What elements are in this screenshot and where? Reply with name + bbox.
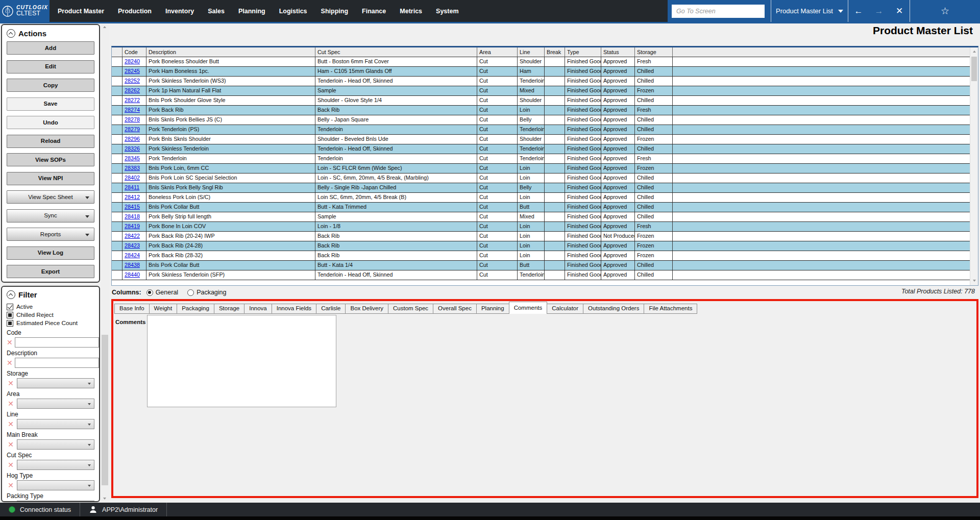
action-button[interactable]: View Spec Sheet — [7, 190, 94, 204]
clear-filter-icon[interactable]: ✕ — [7, 399, 15, 409]
scroll-down-icon[interactable] — [971, 277, 978, 285]
row-selector-cell[interactable] — [112, 144, 122, 154]
product-code-link[interactable]: 28423 — [125, 242, 140, 249]
screen-selector-dropdown[interactable]: Product Master List — [771, 0, 848, 22]
row-selector-cell[interactable] — [112, 212, 122, 221]
row-selector-cell[interactable] — [112, 77, 122, 86]
table-row[interactable]: 28412 Boneless Pork Loin (S/C) Loin SC, … — [112, 193, 970, 203]
row-selector-cell[interactable] — [112, 193, 122, 202]
menu-item[interactable]: Product Master — [58, 8, 104, 15]
checkbox-icon[interactable] — [7, 304, 13, 310]
product-code-link[interactable]: 28240 — [125, 58, 140, 64]
action-button[interactable]: Add — [7, 41, 94, 55]
column-header-area[interactable]: Area — [477, 47, 518, 57]
row-selector-cell[interactable] — [112, 251, 122, 260]
checkbox-icon[interactable] — [7, 312, 13, 318]
product-code-link[interactable]: 28383 — [125, 165, 140, 171]
action-button[interactable]: Export — [7, 265, 94, 278]
action-button[interactable]: Undo — [7, 116, 94, 129]
menu-item[interactable]: Inventory — [165, 8, 194, 15]
filter-select[interactable] — [17, 439, 94, 450]
filter-select[interactable] — [17, 480, 94, 490]
go-to-screen-input[interactable] — [672, 5, 765, 18]
menu-item[interactable]: Sales — [208, 8, 225, 15]
row-selector-cell[interactable] — [112, 135, 122, 144]
row-selector-cell[interactable] — [112, 270, 122, 280]
detail-tab[interactable]: Calculator — [547, 304, 583, 314]
column-header-status[interactable]: Status — [601, 47, 635, 57]
detail-tab[interactable]: Planning — [476, 304, 509, 314]
product-code-link[interactable]: 28296 — [125, 136, 140, 142]
favorite-button[interactable]: ☆ — [910, 5, 980, 17]
product-code-link[interactable]: 28245 — [125, 68, 140, 74]
clear-filter-icon[interactable]: ✕ — [7, 337, 13, 348]
row-selector-cell[interactable] — [112, 106, 122, 115]
table-row[interactable]: 28278 Bnls Sknls Pork Bellies JS (C) Bel… — [112, 115, 970, 125]
columns-radio-option[interactable]: Packaging — [187, 289, 226, 296]
filter-checkbox-row[interactable]: Active — [7, 303, 94, 311]
product-code-link[interactable]: 28402 — [125, 175, 140, 181]
clear-filter-icon[interactable]: ✕ — [7, 419, 15, 429]
detail-tab[interactable]: Storage — [214, 304, 244, 314]
product-code-link[interactable]: 28440 — [125, 271, 140, 278]
detail-tab[interactable]: Outstanding Orders — [583, 304, 644, 314]
row-selector-cell[interactable] — [112, 86, 122, 95]
radio-icon[interactable] — [187, 289, 194, 296]
back-button[interactable]: ← — [848, 0, 869, 22]
scroll-down-icon[interactable] — [101, 495, 109, 503]
row-selector-cell[interactable] — [112, 232, 122, 241]
table-row[interactable]: 28418 Pork Belly Strip full length Sampl… — [112, 212, 970, 222]
product-code-link[interactable]: 28345 — [125, 155, 140, 161]
product-code-link[interactable]: 28438 — [125, 262, 140, 268]
product-code-link[interactable]: 28326 — [125, 145, 140, 152]
action-button[interactable]: Reload — [7, 135, 94, 148]
checkbox-icon[interactable] — [7, 320, 13, 327]
table-row[interactable]: 28402 Bnls Pork Loin SC Special Selectio… — [112, 174, 970, 183]
collapse-chevron-icon[interactable] — [7, 290, 15, 299]
scroll-up-icon[interactable] — [971, 48, 978, 56]
table-row[interactable]: 28274 Pork Back Rib Back Rib Cut Loin Fi… — [112, 106, 970, 115]
detail-tab[interactable]: Base Info — [114, 304, 150, 314]
product-code-link[interactable]: 28412 — [125, 194, 140, 200]
menu-item[interactable]: Metrics — [400, 8, 422, 15]
filter-checkbox-row[interactable]: Chilled Reject — [7, 311, 94, 319]
columns-radio-option[interactable]: General — [146, 289, 178, 296]
row-selector-cell[interactable] — [112, 222, 122, 231]
clear-filter-icon[interactable]: ✕ — [7, 460, 15, 470]
filter-checkbox-row[interactable]: Estimated Piece Count — [7, 319, 94, 327]
row-selector-cell[interactable] — [112, 183, 122, 192]
filter-select[interactable] — [17, 460, 94, 470]
action-button[interactable]: Edit — [7, 60, 94, 73]
product-code-link[interactable]: 28419 — [125, 223, 140, 229]
row-selector-cell[interactable] — [112, 115, 122, 125]
detail-tab[interactable]: Innova Fields — [272, 304, 316, 314]
column-header-type[interactable]: Type — [565, 47, 601, 57]
clear-filter-icon[interactable]: ✕ — [7, 439, 15, 450]
clear-filter-icon[interactable]: ✕ — [7, 378, 15, 388]
product-code-link[interactable]: 28411 — [125, 184, 139, 190]
filter-text-input[interactable] — [15, 337, 99, 348]
forward-button[interactable]: → — [869, 0, 889, 22]
menu-item[interactable]: Logistics — [279, 8, 307, 15]
table-row[interactable]: 28422 Pork Back Rib (20-24) IWP Back Rib… — [112, 232, 970, 241]
clear-filter-icon[interactable]: ✕ — [7, 480, 15, 490]
detail-tab[interactable]: Overall Spec — [433, 304, 477, 314]
product-code-link[interactable]: 28278 — [125, 116, 140, 122]
filter-select[interactable] — [17, 419, 94, 429]
column-header-cut-spec[interactable]: Cut Spec — [315, 47, 477, 57]
filter-select[interactable] — [17, 399, 94, 409]
collapse-chevron-icon[interactable] — [7, 29, 15, 38]
product-code-link[interactable]: 28415 — [125, 204, 140, 210]
product-code-link[interactable]: 28418 — [125, 213, 140, 219]
table-row[interactable]: 28424 Pork Back Rib (28-32) Back Rib Cut… — [112, 251, 970, 261]
row-selector-cell[interactable] — [112, 96, 122, 105]
sidebar-scrollbar-thumb[interactable] — [102, 335, 108, 485]
action-button[interactable]: View SOPs — [7, 153, 94, 166]
action-button[interactable]: View NPI — [7, 172, 94, 185]
table-row[interactable]: 28326 Pork Skinless Tenderloin Tenderloi… — [112, 144, 970, 154]
row-selector-cell[interactable] — [112, 241, 122, 251]
row-selector-cell[interactable] — [112, 174, 122, 183]
column-header-code[interactable]: Code — [122, 47, 146, 57]
table-row[interactable]: 28345 Pork Tenderloin Tenderloin Cut Ten… — [112, 154, 970, 164]
detail-tab[interactable]: Innova — [244, 304, 272, 314]
